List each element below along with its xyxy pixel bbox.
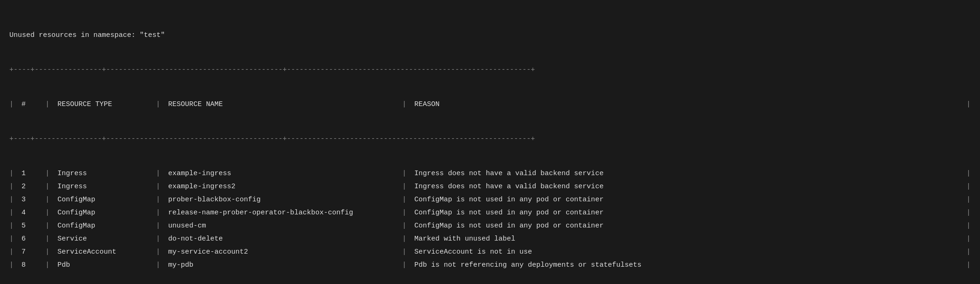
cell-name: prober-blackbox-config bbox=[164, 193, 398, 206]
cell-name: example-ingress2 bbox=[164, 180, 398, 193]
cell-name: release-name-prober-operator-blackbox-co… bbox=[164, 206, 398, 220]
table-row: | 5 | ConfigMap | unused-cm | ConfigMap … bbox=[9, 220, 971, 233]
cell-num: 6 bbox=[18, 233, 41, 246]
cell-num: 2 bbox=[18, 180, 41, 193]
cell-num: 8 bbox=[18, 259, 41, 272]
terminal-output: Unused resources in namespace: "test" +-… bbox=[9, 7, 971, 284]
cell-type: Ingress bbox=[54, 167, 152, 180]
header-reason: REASON bbox=[411, 98, 962, 111]
table-row: | 2 | Ingress | example-ingress2 | Ingre… bbox=[9, 180, 971, 193]
header-type: RESOURCE TYPE bbox=[54, 98, 152, 111]
cell-num: 1 bbox=[18, 167, 41, 180]
cell-reason: ConfigMap is not used in any pod or cont… bbox=[411, 220, 962, 233]
cell-name: my-pdb bbox=[164, 259, 398, 272]
cell-type: Ingress bbox=[54, 180, 152, 193]
table-row: | 3 | ConfigMap | prober-blackbox-config… bbox=[9, 193, 971, 206]
cell-reason: Ingress does not have a valid backend se… bbox=[411, 180, 962, 193]
sep-header: +----+----------------+-----------------… bbox=[9, 134, 971, 145]
title-line: Unused resources in namespace: "test" bbox=[9, 30, 971, 41]
cell-reason: ServiceAccount is not in use bbox=[411, 246, 962, 259]
cell-type: ConfigMap bbox=[54, 193, 152, 206]
cell-reason: ConfigMap is not used in any pod or cont… bbox=[411, 206, 962, 220]
header-num: # bbox=[18, 98, 41, 111]
cell-num: 5 bbox=[18, 220, 41, 233]
cell-reason: Pdb is not referencing any deployments o… bbox=[411, 259, 962, 272]
cell-reason: Marked with unused label bbox=[411, 233, 962, 246]
table-row: | 1 | Ingress | example-ingress | Ingres… bbox=[9, 167, 971, 180]
cell-num: 7 bbox=[18, 246, 41, 259]
table-rows-container: | 1 | Ingress | example-ingress | Ingres… bbox=[9, 167, 971, 272]
cell-reason: Ingress does not have a valid backend se… bbox=[411, 167, 962, 180]
table-row: | 7 | ServiceAccount | my-service-accoun… bbox=[9, 246, 971, 259]
cell-type: ServiceAccount bbox=[54, 246, 152, 259]
cell-name: my-service-account2 bbox=[164, 246, 398, 259]
sep-top: +----+----------------+-----------------… bbox=[9, 64, 971, 76]
cell-type: Pdb bbox=[54, 259, 152, 272]
cell-type: Service bbox=[54, 233, 152, 246]
cell-name: do-not-delete bbox=[164, 233, 398, 246]
cell-reason: ConfigMap is not used in any pod or cont… bbox=[411, 193, 962, 206]
cell-type: ConfigMap bbox=[54, 220, 152, 233]
cell-name: unused-cm bbox=[164, 220, 398, 233]
cell-type: ConfigMap bbox=[54, 206, 152, 220]
cell-num: 3 bbox=[18, 193, 41, 206]
table-row: | 8 | Pdb | my-pdb | Pdb is not referenc… bbox=[9, 259, 971, 272]
cell-num: 4 bbox=[18, 206, 41, 220]
table-header: | # | RESOURCE TYPE | RESOURCE NAME | RE… bbox=[9, 98, 971, 111]
table-row: | 6 | Service | do-not-delete | Marked w… bbox=[9, 233, 971, 246]
cell-name: example-ingress bbox=[164, 167, 398, 180]
table-row: | 4 | ConfigMap | release-name-prober-op… bbox=[9, 206, 971, 220]
header-name: RESOURCE NAME bbox=[164, 98, 398, 111]
